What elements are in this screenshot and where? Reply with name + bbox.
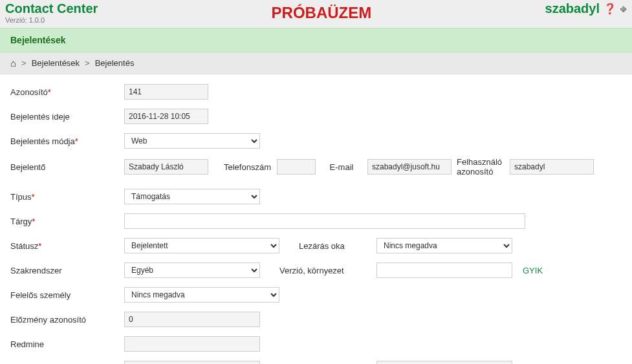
label-telefonszam: Telefonszám	[219, 162, 277, 172]
label-lezaras-oka: Lezárás oka	[279, 241, 376, 251]
input-felhasznalo-azonosito[interactable]	[510, 159, 594, 175]
version-label: Verzió: 1.0.0	[5, 16, 98, 24]
label-targy: Tárgy*	[10, 217, 124, 226]
topbar: Contact Center Verzió: 1.0.0 PRÓBAÜZEM s…	[0, 0, 632, 28]
link-gyik[interactable]: GYIK	[523, 266, 543, 275]
help-icon[interactable]: ❓	[604, 3, 616, 15]
label-bejelentes-ideje: Bejelentés ideje	[10, 112, 124, 122]
label-felelos-szemely: Felelős személy	[10, 290, 124, 300]
breadcrumb-item-2: Bejelentés	[95, 58, 135, 68]
select-bejelentes-modja[interactable]: Web	[124, 133, 260, 149]
select-felelos-szemely[interactable]: Nincs megadva	[124, 287, 279, 303]
input-targy[interactable]	[124, 213, 525, 229]
username: szabadyl	[545, 1, 600, 16]
banner: PRÓBAÜZEM	[98, 4, 545, 22]
breadcrumb-item-1[interactable]: Bejelentések	[32, 58, 80, 68]
label-email: E-mail	[316, 162, 367, 172]
top-left: Contact Center Verzió: 1.0.0	[5, 1, 98, 24]
top-right: szabadyl ❓ ⎆	[545, 1, 627, 16]
label-azonosito: Azonosító*	[10, 87, 124, 97]
label-elozmeny-azonosito: Előzmény azonosító	[10, 315, 124, 325]
logout-icon[interactable]: ⎆	[620, 3, 627, 15]
label-bejelento: Bejelentő	[10, 162, 124, 172]
input-rogzito[interactable]	[376, 361, 512, 364]
input-bejelentes-ideje[interactable]	[124, 109, 208, 124]
select-szakrendszer[interactable]: Egyéb	[124, 262, 260, 278]
input-redmine[interactable]	[124, 336, 260, 352]
app-title: Contact Center	[5, 1, 98, 16]
select-lezaras-oka[interactable]: Nincs megadva	[376, 238, 512, 253]
input-elozmeny-azonosito[interactable]	[124, 312, 260, 327]
breadcrumb-sep: >	[85, 58, 90, 68]
label-statusz: Státusz*	[10, 241, 124, 251]
breadcrumb: ⌂ > Bejelentések > Bejelentés	[0, 52, 632, 74]
breadcrumb-sep: >	[21, 58, 27, 68]
label-felhasznalo-azonosito: Felhasználó azonosító	[452, 157, 510, 177]
form-area: Azonosító* Bejelentés ideje Bejelentés m…	[0, 74, 632, 364]
label-szakrendszer: Szakrendszer	[10, 266, 124, 275]
label-bejelentes-modja: Bejelentés módja*	[10, 136, 124, 146]
input-telefonszam[interactable]	[277, 159, 316, 175]
label-verzio-kornyezet: Verzió, környezet	[260, 266, 376, 275]
input-azonosito[interactable]	[124, 84, 208, 100]
input-rogzites-datuma[interactable]	[124, 361, 260, 364]
input-bejelento[interactable]	[124, 159, 208, 175]
label-tipus: Típus*	[10, 192, 124, 202]
select-statusz[interactable]: Bejelentett	[124, 238, 279, 253]
home-icon[interactable]: ⌂	[10, 58, 16, 69]
section-header: Bejelentések	[0, 28, 632, 52]
input-verzio-kornyezet[interactable]	[376, 262, 512, 278]
select-tipus[interactable]: Támogatás	[124, 189, 260, 204]
input-email[interactable]	[367, 159, 452, 175]
label-redmine: Redmine	[10, 339, 124, 349]
